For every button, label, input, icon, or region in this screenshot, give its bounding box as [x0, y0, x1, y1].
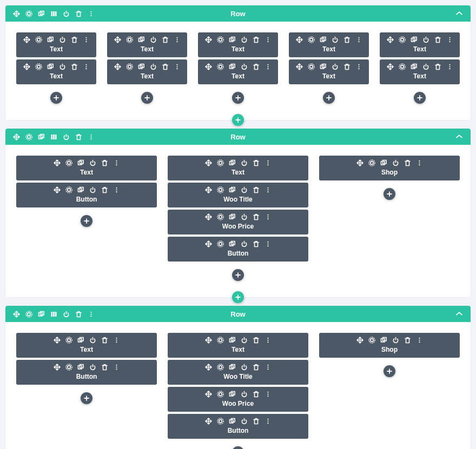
move-icon[interactable]	[205, 364, 212, 371]
duplicate-icon[interactable]	[229, 213, 236, 220]
move-icon[interactable]	[296, 63, 303, 70]
trash-icon[interactable]	[253, 159, 260, 166]
duplicate-icon[interactable]	[229, 159, 236, 166]
duplicate-icon[interactable]	[77, 186, 84, 193]
duplicate-icon[interactable]	[229, 418, 236, 425]
more-icon[interactable]	[265, 213, 272, 220]
gear-icon[interactable]	[35, 63, 42, 70]
power-icon[interactable]	[332, 63, 339, 70]
duplicate-icon[interactable]	[229, 186, 236, 193]
gear-icon[interactable]	[308, 63, 315, 70]
move-icon[interactable]	[205, 36, 212, 43]
move-icon[interactable]	[205, 240, 212, 247]
gear-icon[interactable]	[25, 311, 32, 318]
power-icon[interactable]	[241, 337, 248, 344]
gear-icon[interactable]	[308, 36, 315, 43]
row-header[interactable]: Row	[5, 306, 471, 322]
move-icon[interactable]	[387, 63, 394, 70]
module[interactable]: Text	[380, 32, 460, 57]
add-module-button[interactable]	[50, 92, 62, 104]
duplicate-icon[interactable]	[38, 311, 45, 318]
more-icon[interactable]	[416, 159, 423, 166]
trash-icon[interactable]	[253, 364, 260, 371]
more-icon[interactable]	[113, 364, 120, 371]
power-icon[interactable]	[241, 213, 248, 220]
duplicate-icon[interactable]	[380, 337, 387, 344]
more-icon[interactable]	[83, 63, 90, 70]
duplicate-icon[interactable]	[138, 36, 145, 43]
module[interactable]: Text	[16, 333, 157, 358]
module[interactable]: Button	[168, 414, 308, 439]
gear-icon[interactable]	[217, 418, 224, 425]
trash-icon[interactable]	[434, 36, 441, 43]
trash-icon[interactable]	[404, 159, 411, 166]
trash-icon[interactable]	[434, 63, 441, 70]
module[interactable]: Text	[168, 333, 308, 358]
gear-icon[interactable]	[25, 10, 32, 17]
module[interactable]: Text	[16, 59, 96, 84]
move-icon[interactable]	[205, 337, 212, 344]
move-icon[interactable]	[13, 133, 20, 140]
module[interactable]: Woo Price	[168, 387, 308, 412]
module[interactable]: Woo Title	[168, 360, 308, 385]
move-icon[interactable]	[23, 63, 30, 70]
duplicate-icon[interactable]	[411, 36, 418, 43]
trash-icon[interactable]	[101, 364, 108, 371]
add-module-button[interactable]	[323, 92, 335, 104]
columns-icon[interactable]	[50, 10, 57, 17]
duplicate-icon[interactable]	[229, 36, 236, 43]
more-icon[interactable]	[83, 36, 90, 43]
power-icon[interactable]	[89, 159, 96, 166]
more-icon[interactable]	[174, 63, 181, 70]
gear-icon[interactable]	[217, 63, 224, 70]
trash-icon[interactable]	[75, 311, 82, 318]
trash-icon[interactable]	[162, 36, 169, 43]
power-icon[interactable]	[241, 159, 248, 166]
move-icon[interactable]	[23, 36, 30, 43]
module[interactable]: Text	[198, 59, 278, 84]
more-icon[interactable]	[174, 36, 181, 43]
duplicate-icon[interactable]	[38, 10, 45, 17]
gear-icon[interactable]	[368, 159, 375, 166]
gear-icon[interactable]	[126, 63, 133, 70]
power-icon[interactable]	[422, 36, 429, 43]
gear-icon[interactable]	[217, 337, 224, 344]
collapse-row-button[interactable]	[455, 133, 463, 140]
move-icon[interactable]	[54, 364, 61, 371]
more-icon[interactable]	[355, 63, 362, 70]
collapse-row-button[interactable]	[455, 310, 463, 318]
module[interactable]: Button	[16, 183, 157, 207]
module[interactable]: Text	[16, 156, 157, 180]
module[interactable]: Text	[107, 32, 187, 57]
power-icon[interactable]	[59, 63, 66, 70]
move-icon[interactable]	[356, 337, 363, 344]
module[interactable]: Text	[289, 32, 369, 57]
gear-icon[interactable]	[25, 133, 32, 140]
move-icon[interactable]	[114, 36, 121, 43]
power-icon[interactable]	[241, 240, 248, 247]
duplicate-icon[interactable]	[380, 159, 387, 166]
more-icon[interactable]	[265, 36, 272, 43]
move-icon[interactable]	[13, 311, 20, 318]
move-icon[interactable]	[13, 10, 20, 17]
more-icon[interactable]	[265, 418, 272, 425]
power-icon[interactable]	[59, 36, 66, 43]
trash-icon[interactable]	[71, 63, 78, 70]
more-icon[interactable]	[265, 391, 272, 398]
power-icon[interactable]	[63, 311, 70, 318]
module[interactable]: Text	[289, 59, 369, 84]
gear-icon[interactable]	[399, 63, 406, 70]
duplicate-icon[interactable]	[138, 63, 145, 70]
power-icon[interactable]	[241, 63, 248, 70]
module[interactable]: Text	[168, 156, 308, 180]
gear-icon[interactable]	[217, 186, 224, 193]
more-icon[interactable]	[88, 311, 95, 318]
duplicate-icon[interactable]	[229, 337, 236, 344]
add-row-button[interactable]	[232, 291, 244, 303]
duplicate-icon[interactable]	[411, 63, 418, 70]
row-header[interactable]: Row	[5, 5, 471, 22]
move-icon[interactable]	[205, 63, 212, 70]
add-module-button[interactable]	[232, 446, 244, 449]
power-icon[interactable]	[63, 133, 70, 140]
duplicate-icon[interactable]	[229, 63, 236, 70]
